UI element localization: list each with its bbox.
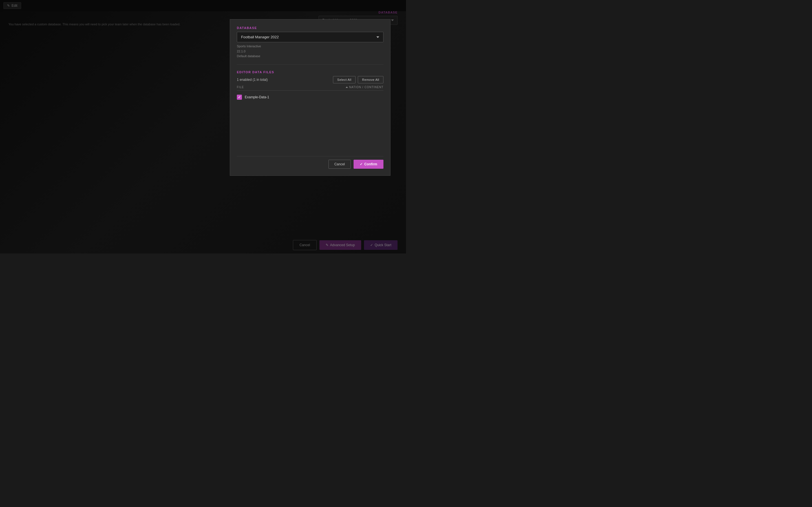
editor-data-files-section: EDITOR DATA FILES 1 enabled (1 in total)… [237, 70, 384, 149]
confirm-label: Confirm [364, 162, 377, 166]
modal-database-section: DATABASE Football Manager 2022 Sports In… [237, 26, 384, 59]
nation-column-header: NATION / CONTINENT [349, 86, 384, 89]
db-info-line-1: Sports Interactive [237, 44, 384, 49]
database-modal: DATABASE Football Manager 2022 Sports In… [230, 19, 391, 176]
modal-cancel-button[interactable]: Cancel [328, 160, 351, 169]
select-all-button[interactable]: Select All [333, 76, 356, 83]
file-name: Example-Data-1 [245, 95, 269, 99]
editor-header: 1 enabled (1 in total) Select All Remove… [237, 76, 384, 83]
confirm-check-icon: ✓ [360, 162, 363, 166]
modal-confirm-button[interactable]: ✓ Confirm [354, 160, 384, 169]
file-table: FILE NATION / CONTINENT Example-Data-1 [237, 86, 384, 149]
db-info-line-2: 22.1.0 [237, 49, 384, 54]
sort-chevron-icon [346, 87, 348, 88]
modal-db-chevron-icon [376, 36, 379, 38]
file-table-header: FILE NATION / CONTINENT [237, 86, 384, 91]
db-info-line-3: Default database [237, 54, 384, 59]
editor-data-title: EDITOR DATA FILES [237, 70, 384, 74]
file-checkbox[interactable] [237, 95, 242, 100]
modal-footer: Cancel ✓ Confirm [237, 156, 384, 169]
file-column-header: FILE [237, 86, 244, 89]
enabled-count: 1 enabled (1 in total) [237, 78, 267, 82]
divider-1 [237, 64, 384, 65]
remove-all-button[interactable]: Remove All [358, 76, 384, 83]
modal-db-select[interactable]: Football Manager 2022 [237, 32, 384, 42]
editor-btn-row: Select All Remove All [333, 76, 384, 83]
modal-database-title: DATABASE [237, 26, 384, 30]
db-info: Sports Interactive 22.1.0 Default databa… [237, 44, 384, 59]
modal-db-value: Football Manager 2022 [241, 35, 279, 39]
file-list-area: Example-Data-1 [237, 93, 384, 149]
nation-column-header-container: NATION / CONTINENT [346, 86, 384, 89]
table-row[interactable]: Example-Data-1 [237, 93, 384, 101]
